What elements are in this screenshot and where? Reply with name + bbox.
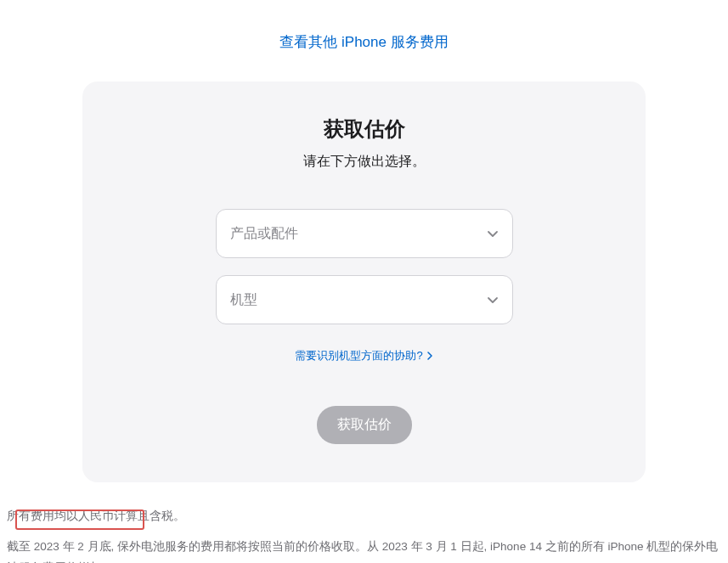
footnote-tax: 所有费用均以人民币计算且含税。 xyxy=(7,506,721,526)
help-link-text: 需要识别机型方面的协助? xyxy=(295,348,422,363)
model-select[interactable]: 机型 xyxy=(216,275,513,324)
card-subtitle: 请在下方做出选择。 xyxy=(108,153,620,171)
footnote-price-change: 截至 2023 年 2 月底, 保外电池服务的费用都将按照当前的价格收取。从 2… xyxy=(7,537,721,563)
product-select[interactable]: 产品或配件 xyxy=(216,209,513,258)
card-title: 获取估价 xyxy=(108,115,620,143)
footnote-block: 所有费用均以人民币计算且含税。 截至 2023 年 2 月底, 保外电池服务的费… xyxy=(0,482,728,563)
get-estimate-button[interactable]: 获取估价 xyxy=(317,406,412,444)
identify-model-help-link[interactable]: 需要识别机型方面的协助? xyxy=(295,348,432,363)
chevron-down-icon xyxy=(487,228,499,239)
chevron-down-icon xyxy=(487,294,499,306)
other-services-link[interactable]: 查看其他 iPhone 服务费用 xyxy=(279,34,448,50)
model-select-placeholder: 机型 xyxy=(230,291,257,309)
chevron-right-icon xyxy=(426,350,433,363)
estimate-card: 获取估价 请在下方做出选择。 产品或配件 机型 需要识别机型方面的协助? 获取估… xyxy=(82,82,646,482)
product-select-placeholder: 产品或配件 xyxy=(230,225,298,243)
